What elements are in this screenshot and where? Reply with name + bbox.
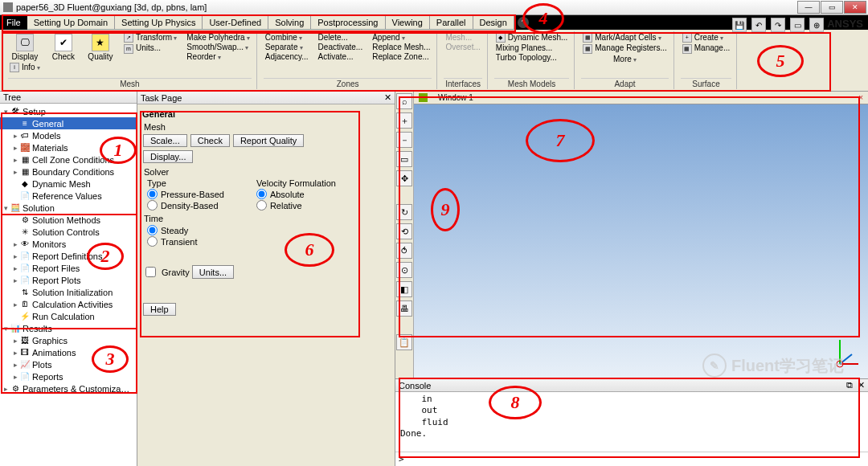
- manage-registers[interactable]: ▦Manage Registers...: [581, 43, 669, 53]
- separate[interactable]: Separate: [264, 43, 310, 51]
- adjacency[interactable]: Adjacency...: [264, 52, 310, 61]
- pressure-based-radio[interactable]: Pressure-Based: [147, 189, 224, 199]
- replace-zone[interactable]: Replace Zone...: [371, 52, 432, 61]
- turbo-topology[interactable]: Turbo Topology...: [494, 53, 569, 62]
- qa-select-icon[interactable]: ▭: [790, 18, 805, 32]
- tree-general[interactable]: ≡General: [0, 117, 137, 129]
- replace-mesh[interactable]: Replace Mesh...: [371, 43, 432, 51]
- density-based-radio[interactable]: Density-Based: [147, 200, 224, 211]
- tree-plots[interactable]: ▸📈Plots: [0, 358, 137, 370]
- collapse-ribbon-icon[interactable]: ⌃: [518, 17, 529, 28]
- check-mesh-button[interactable]: Check: [190, 134, 230, 147]
- minimize-button[interactable]: —: [797, 1, 820, 14]
- transient-radio[interactable]: Transient: [147, 236, 390, 247]
- scale-button[interactable]: Scale: [143, 134, 187, 147]
- display-mesh-button[interactable]: Display: [143, 150, 193, 163]
- transform-dropdown[interactable]: ↗Transform: [122, 33, 178, 43]
- qa-undo-icon[interactable]: ↶: [751, 18, 766, 32]
- display-button[interactable]: 🖵Display: [8, 33, 42, 62]
- menu-setting-up-domain[interactable]: Setting Up Domain: [27, 15, 115, 30]
- qa-probe-icon[interactable]: ⊕: [809, 18, 824, 32]
- console-input[interactable]: [409, 453, 865, 465]
- tree-models[interactable]: ▸🏷Models: [0, 129, 137, 141]
- fit-icon[interactable]: ⌕: [396, 93, 412, 109]
- tree-params[interactable]: ▸⚙Parameters & Customiza…: [0, 382, 137, 394]
- mark-adapt[interactable]: ▦Mark/Adapt Cells: [581, 33, 669, 43]
- menu-viewing[interactable]: Viewing: [386, 15, 430, 30]
- tree-calc-act[interactable]: ▸🗓Calculation Activities: [0, 298, 137, 310]
- tree-setup[interactable]: ▾🛠Setup: [0, 105, 137, 117]
- tree-graphics[interactable]: ▸🖼Graphics: [0, 334, 137, 346]
- views-icon[interactable]: ◧: [396, 281, 412, 297]
- close-button[interactable]: ✕: [844, 1, 866, 14]
- tree-results[interactable]: ▾📊Results: [0, 322, 137, 334]
- menu-parallel[interactable]: Parallel: [430, 15, 473, 30]
- smooth-swap[interactable]: Smooth/Swap...: [185, 43, 252, 51]
- console-close-icon[interactable]: ✕: [858, 380, 865, 390]
- menu-setting-up-physics[interactable]: Setting Up Physics: [115, 15, 203, 30]
- quality-button[interactable]: ★Quality: [85, 33, 116, 62]
- delete[interactable]: Delete...: [317, 33, 365, 42]
- tree-animations[interactable]: ▸🎞Animations: [0, 346, 137, 358]
- steady-radio[interactable]: Steady: [147, 225, 390, 235]
- relative-radio[interactable]: Relative: [256, 200, 336, 211]
- surface-manage[interactable]: ▦Manage...: [681, 43, 731, 53]
- console-detach-icon[interactable]: ⧉: [846, 380, 853, 390]
- probe-icon[interactable]: ⊙: [396, 262, 412, 278]
- append[interactable]: Append: [371, 33, 432, 42]
- tree-sol-controls[interactable]: ✳Solution Controls: [0, 226, 137, 238]
- box-zoom-icon[interactable]: ▭: [396, 151, 412, 167]
- tree-rep-def[interactable]: ▸📄Report Definitions: [0, 250, 137, 262]
- copy-icon[interactable]: 📋: [396, 334, 412, 350]
- roll-icon[interactable]: ⥀: [396, 243, 412, 259]
- console-input-row[interactable]: >: [395, 452, 868, 466]
- menu-postprocessing[interactable]: Postprocessing: [311, 15, 385, 30]
- adapt-more[interactable]: More: [581, 55, 669, 63]
- maximize-button[interactable]: ▭: [821, 1, 843, 14]
- menu-solving[interactable]: Solving: [268, 15, 311, 30]
- mixing-planes[interactable]: Mixing Planes...: [494, 43, 569, 52]
- info-dropdown[interactable]: iInfo: [8, 63, 42, 72]
- zoom-in-icon[interactable]: ＋: [396, 112, 412, 129]
- units-button-task[interactable]: Units: [192, 265, 234, 279]
- pan-icon[interactable]: ✥: [396, 170, 412, 186]
- menu-user-defined[interactable]: User-Defined: [203, 15, 268, 30]
- deactivate[interactable]: Deactivate...: [317, 43, 365, 51]
- qa-save-icon[interactable]: 💾: [732, 18, 747, 32]
- reorder[interactable]: Reorder: [185, 52, 252, 61]
- tree-solution[interactable]: ▾🧮Solution: [0, 202, 137, 214]
- qa-redo-icon[interactable]: ↷: [771, 18, 785, 32]
- report-quality-button[interactable]: Report Quality: [233, 134, 304, 147]
- tree-ref-values[interactable]: 📄Reference Values: [0, 190, 137, 202]
- menu-file[interactable]: File: [0, 15, 27, 30]
- surface-create[interactable]: +Create: [681, 33, 731, 43]
- tree-dynamic-mesh[interactable]: ◆Dynamic Mesh: [0, 178, 137, 190]
- tree-rep-files[interactable]: ▸📄Report Files: [0, 262, 137, 274]
- tree-reports[interactable]: ▸📄Reports: [0, 370, 137, 382]
- tree-monitors[interactable]: ▸👁Monitors: [0, 238, 137, 250]
- make-polyhedra[interactable]: Make Polyhedra: [185, 33, 252, 42]
- rotate-icon[interactable]: ⟲: [396, 223, 412, 239]
- task-close-icon[interactable]: ✕: [384, 92, 391, 103]
- tree-rep-plots[interactable]: ▸📄Report Plots: [0, 274, 137, 286]
- gravity-checkbox[interactable]: Gravity: [142, 264, 190, 280]
- tree-cellzone[interactable]: ▸▦Cell Zone Conditions: [0, 153, 137, 166]
- zoom-out-icon[interactable]: －: [396, 132, 412, 148]
- graphics-tab[interactable]: Window 1 ×: [414, 92, 868, 104]
- tree-sol-init[interactable]: ⇅Solution Initialization: [0, 286, 137, 298]
- units-button[interactable]: mUnits...: [122, 43, 178, 53]
- outline-tree[interactable]: ▾🛠Setup ≡General ▸🏷Models ▸🧱Materials ▸▦…: [0, 104, 137, 466]
- graphics-tab-close-icon[interactable]: ×: [858, 93, 863, 102]
- print-icon[interactable]: 🖶: [396, 300, 412, 317]
- tree-run-calc[interactable]: ⚡Run Calculation: [0, 310, 137, 322]
- help-button[interactable]: Help: [143, 303, 176, 316]
- menu-design[interactable]: Design: [473, 15, 514, 30]
- check-button[interactable]: ✔Check: [48, 33, 79, 62]
- graphics-canvas[interactable]: [414, 104, 868, 378]
- dynamic-mesh[interactable]: ◆Dynamic Mesh...: [494, 33, 569, 43]
- combine[interactable]: Combine: [264, 33, 310, 42]
- tree-boundary[interactable]: ▸▦Boundary Conditions: [0, 166, 137, 178]
- tree-materials[interactable]: ▸🧱Materials: [0, 141, 137, 153]
- activate[interactable]: Activate...: [317, 52, 365, 61]
- sync-icon[interactable]: ↻: [396, 204, 412, 220]
